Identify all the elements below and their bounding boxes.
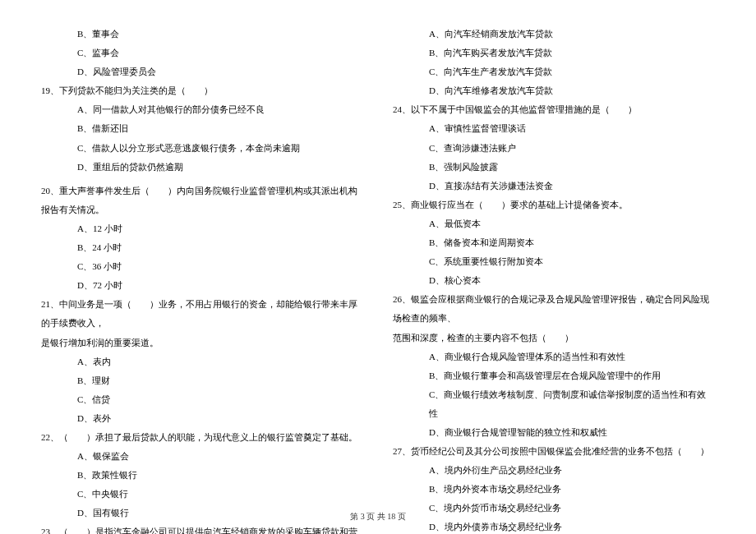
- option: A、境内外衍生产品交易经纪业务: [393, 461, 715, 480]
- option: A、同一借款人对其他银行的部分债务已经不良: [41, 100, 363, 119]
- option: B、24 小时: [41, 238, 363, 257]
- option: C、系统重要性银行附加资本: [393, 252, 715, 271]
- question-20: 20、重大声誉事件发生后（ ）内向国务院银行业监督管理机构或其派出机构报告有关情…: [41, 182, 363, 219]
- question-26-cont: 范围和深度，检查的主要内容不包括（ ）: [393, 329, 715, 348]
- option: D、向汽车维修者发放汽车贷款: [393, 81, 715, 100]
- option: B、向汽车购买者发放汽车贷款: [393, 44, 715, 62]
- option: C、查询涉嫌违法账户: [393, 139, 715, 158]
- option: A、最低资本: [393, 214, 715, 233]
- question-26: 26、银监会应根据商业银行的合规记录及合规风险管理评报告，确定合同风险现场检查的…: [393, 290, 715, 328]
- option: D、表外: [41, 409, 363, 428]
- right-column: A、向汽车经销商发放汽车贷款 B、向汽车购买者发放汽车贷款 C、向汽车生产者发放…: [378, 25, 715, 501]
- option: D、商业银行合规管理智能的独立性和权威性: [393, 423, 715, 442]
- option: D、重组后的贷款仍然逾期: [41, 158, 363, 177]
- option: B、商业银行董事会和高级管理层在合规风险管理中的作用: [393, 366, 715, 385]
- option: C、36 小时: [41, 257, 363, 276]
- question-25: 25、商业银行应当在（ ）要求的基础上计提储备资本。: [393, 196, 715, 214]
- option: A、向汽车经销商发放汽车贷款: [393, 25, 715, 44]
- page-footer: 第 3 页 共 18 页: [0, 511, 756, 522]
- option: B、董事会: [41, 25, 363, 44]
- option: D、72 小时: [41, 276, 363, 295]
- option: D、核心资本: [393, 271, 715, 290]
- option: C、信贷: [41, 390, 363, 409]
- question-21: 21、中间业务是一项（ ）业务，不用占用银行的资金，却能给银行带来丰厚的手续费收…: [41, 295, 363, 333]
- question-27: 27、货币经纪公司及其分公司按照中国银保监会批准经营的业务不包括（ ）: [393, 442, 715, 461]
- option: B、强制风险披露: [393, 158, 715, 177]
- question-19: 19、下列贷款不能归为关注类的是（ ）: [41, 81, 363, 100]
- option: D、风险管理委员会: [41, 62, 363, 81]
- option: A、商业银行合规风险管理体系的适当性和有效性: [393, 348, 715, 366]
- option: B、境内外资本市场交易经纪业务: [393, 480, 715, 499]
- option: A、银保监会: [41, 447, 363, 466]
- question-24: 24、以下不属于中国银监会的其他监督管理措施的是（ ）: [393, 100, 715, 119]
- question-22: 22、（ ）承担了最后贷款人的职能，为现代意义上的银行监管奠定了基础。: [41, 428, 363, 447]
- left-column: B、董事会 C、监事会 D、风险管理委员会 19、下列贷款不能归为关注类的是（ …: [41, 25, 378, 501]
- option: B、理财: [41, 371, 363, 390]
- option: A、审慎性监督管理谈话: [393, 119, 715, 138]
- option: C、借款人以分立形式恶意逃废银行债务，本金尚未逾期: [41, 139, 363, 158]
- question-23: 23、（ ）是指汽车金融公司可以提供向汽车经销商发放的采购车辆贷款和营运设备贷款…: [41, 522, 363, 534]
- question-21-cont: 是银行增加利润的重要渠道。: [41, 334, 363, 352]
- option: B、储备资本和逆周期资本: [393, 233, 715, 252]
- option: C、商业银行绩效考核制度、问责制度和诚信举报制度的适当性和有效性: [393, 385, 715, 423]
- option: C、中央银行: [41, 485, 363, 504]
- option: C、监事会: [41, 44, 363, 62]
- option: A、12 小时: [41, 219, 363, 238]
- option: C、向汽车生产者发放汽车贷款: [393, 62, 715, 81]
- option: B、借新还旧: [41, 119, 363, 138]
- option: A、表内: [41, 352, 363, 371]
- option: D、直接冻结有关涉嫌违法资金: [393, 177, 715, 196]
- option: B、政策性银行: [41, 466, 363, 485]
